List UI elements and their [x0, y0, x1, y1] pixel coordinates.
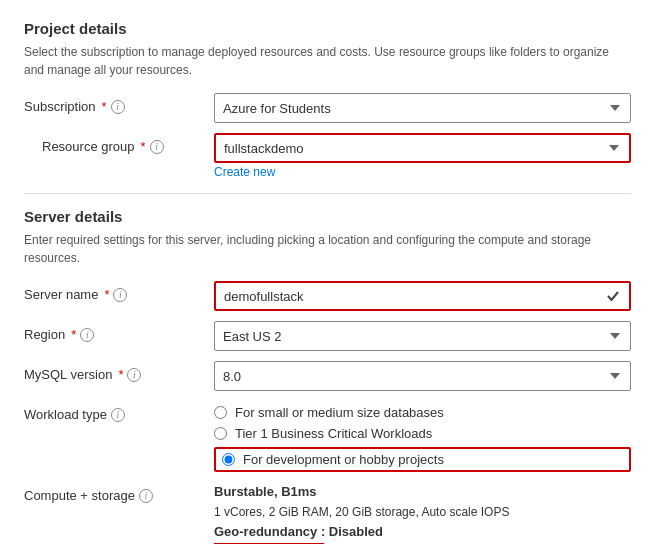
- project-details-title: Project details: [24, 20, 631, 37]
- region-required: *: [71, 327, 76, 342]
- server-details-desc: Enter required settings for this server,…: [24, 231, 631, 267]
- workload-radio-1-input[interactable]: [214, 406, 227, 419]
- workload-type-label: Workload type i: [24, 401, 214, 422]
- region-label: Region * i: [24, 321, 214, 342]
- server-name-required: *: [104, 287, 109, 302]
- workload-radio-2-input[interactable]: [214, 427, 227, 440]
- compute-bold-1: Burstable, B1ms: [214, 482, 631, 503]
- workload-radio-2-item[interactable]: Tier 1 Business Critical Workloads: [214, 426, 631, 441]
- subscription-control: Azure for Students: [214, 93, 631, 123]
- server-details-section: Server details Enter required settings f…: [24, 208, 631, 544]
- compute-storage-row: Compute + storage i Burstable, B1ms 1 vC…: [24, 482, 631, 544]
- mysql-version-required: *: [118, 367, 123, 382]
- server-name-input[interactable]: [214, 281, 631, 311]
- workload-radio-1-label: For small or medium size databases: [235, 405, 444, 420]
- create-new-link[interactable]: Create new: [214, 165, 631, 179]
- workload-type-info-icon[interactable]: i: [111, 408, 125, 422]
- mysql-version-row: MySQL version * i 8.0: [24, 361, 631, 391]
- mysql-version-info-icon[interactable]: i: [127, 368, 141, 382]
- server-name-control: [214, 281, 631, 311]
- server-name-row: Server name * i: [24, 281, 631, 311]
- server-details-title: Server details: [24, 208, 631, 225]
- resource-group-row: Resource group * i fullstackdemo Create …: [24, 133, 631, 179]
- subscription-row: Subscription * i Azure for Students: [24, 93, 631, 123]
- workload-radio-2-label: Tier 1 Business Critical Workloads: [235, 426, 432, 441]
- compute-storage-info-icon[interactable]: i: [139, 489, 153, 503]
- workload-radio-3-input[interactable]: [222, 453, 235, 466]
- subscription-label: Subscription * i: [24, 93, 214, 114]
- compute-storage-control: Burstable, B1ms 1 vCores, 2 GiB RAM, 20 …: [214, 482, 631, 544]
- workload-radio-3-label: For development or hobby projects: [243, 452, 444, 467]
- subscription-required: *: [102, 99, 107, 114]
- workload-type-row: Workload type i For small or medium size…: [24, 401, 631, 472]
- server-name-info-icon[interactable]: i: [113, 288, 127, 302]
- server-name-label: Server name * i: [24, 281, 214, 302]
- resource-group-label: Resource group * i: [24, 133, 214, 154]
- workload-radio-group: For small or medium size databases Tier …: [214, 401, 631, 472]
- compute-storage-label: Compute + storage i: [24, 482, 214, 503]
- region-info-icon[interactable]: i: [80, 328, 94, 342]
- resource-group-info-icon[interactable]: i: [150, 140, 164, 154]
- mysql-version-label: MySQL version * i: [24, 361, 214, 382]
- workload-radio-3-item[interactable]: For development or hobby projects: [214, 447, 631, 472]
- section-divider: [24, 193, 631, 194]
- mysql-version-select[interactable]: 8.0: [214, 361, 631, 391]
- region-select[interactable]: East US 2: [214, 321, 631, 351]
- resource-group-required: *: [141, 139, 146, 154]
- resource-group-select[interactable]: fullstackdemo: [214, 133, 631, 163]
- subscription-select[interactable]: Azure for Students: [214, 93, 631, 123]
- compute-text-1: 1 vCores, 2 GiB RAM, 20 GiB storage, Aut…: [214, 503, 631, 522]
- region-row: Region * i East US 2: [24, 321, 631, 351]
- project-details-section: Project details Select the subscription …: [24, 20, 631, 179]
- project-details-desc: Select the subscription to manage deploy…: [24, 43, 631, 79]
- compute-bold-2: Geo-redundancy : Disabled: [214, 522, 631, 543]
- workload-radio-1-item[interactable]: For small or medium size databases: [214, 405, 631, 420]
- mysql-version-control: 8.0: [214, 361, 631, 391]
- subscription-info-icon[interactable]: i: [111, 100, 125, 114]
- resource-group-control: fullstackdemo Create new: [214, 133, 631, 179]
- region-control: East US 2: [214, 321, 631, 351]
- workload-type-control: For small or medium size databases Tier …: [214, 401, 631, 472]
